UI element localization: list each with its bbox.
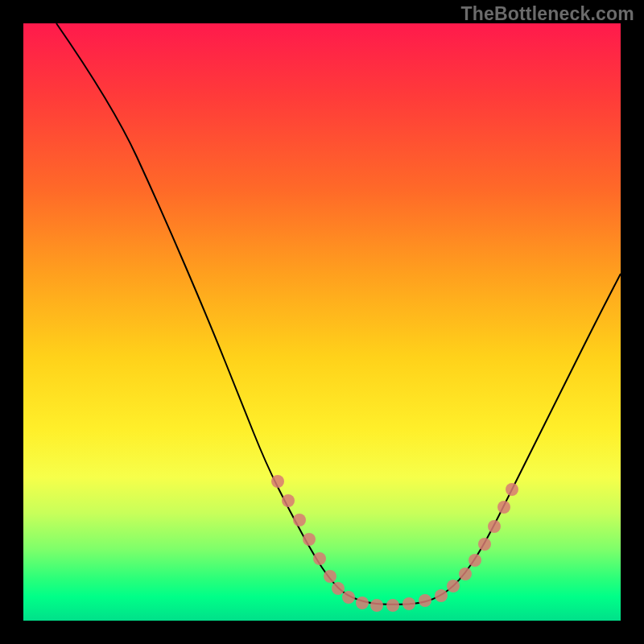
- watermark-text: TheBottleneck.com: [460, 3, 634, 25]
- stage: TheBottleneck.com: [0, 0, 644, 644]
- gradient-panel: [23, 23, 621, 621]
